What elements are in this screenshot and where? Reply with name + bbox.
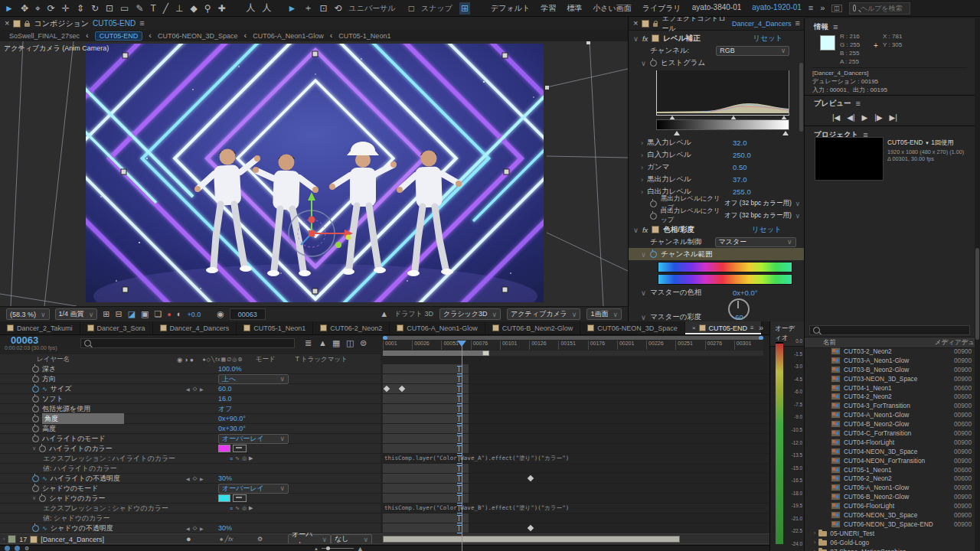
layer-row[interactable]: › 17 [Dancer_4_Dancers] ● ♠ ╱fx ⚙ オーバーレ∨… xyxy=(0,533,769,544)
levels-prop-row[interactable]: › 黒入力レベル 32.0 xyxy=(629,136,805,148)
toggle-switches-icon[interactable]: ⚙ xyxy=(24,546,29,551)
output-levels-bar[interactable] xyxy=(656,119,789,130)
last-frame-button[interactable]: ▶| xyxy=(890,113,897,122)
lock-icon[interactable] xyxy=(24,23,30,27)
effect-controls-tab[interactable]: × エフェクトコントロール Dancer_4_Dancers ≡ xyxy=(629,17,805,31)
playhead-caret[interactable] xyxy=(457,341,466,347)
prop-value[interactable]: 37.0 xyxy=(733,175,747,184)
property-label[interactable]: エクスプレッション : シャドウのカラー xyxy=(43,504,168,514)
fx-scrollbar[interactable] xyxy=(799,63,803,132)
project-item-name[interactable]: CUT06-NEON_3D_Space xyxy=(844,511,917,519)
stopwatch-icon[interactable] xyxy=(32,416,39,422)
layer-3d-icon[interactable]: ⚙ xyxy=(257,536,263,543)
project-item-row[interactable]: CUT04-3_ForTransition 00900 xyxy=(805,401,975,410)
project-scrollbar[interactable] xyxy=(975,18,980,551)
resolution-dropdown[interactable]: 1/4 画質∨ xyxy=(55,308,98,320)
playhead-line[interactable] xyxy=(462,341,462,551)
color-slider-icon[interactable] xyxy=(233,445,247,452)
fast-previews-icon[interactable]: ▲ xyxy=(380,310,388,318)
master-sat-row[interactable]: ∨ マスターの彩度 -60 xyxy=(629,311,805,322)
keyframe-navigator[interactable]: ◀◇▶ xyxy=(186,475,204,481)
magnification-dropdown[interactable]: (58.3 %)∨ xyxy=(6,308,50,320)
composition-flowchart-icon[interactable]: ≣ xyxy=(305,339,312,347)
workspace-overflow-icon[interactable]: » xyxy=(820,4,825,12)
first-frame-button[interactable]: |◀ xyxy=(832,113,840,122)
project-item-name[interactable]: CUT03-B_Neon2-Glow xyxy=(844,366,909,373)
project-item-name[interactable]: CUT06-2_Neon2 xyxy=(844,474,892,482)
prop-value[interactable]: 250.0 xyxy=(733,151,751,159)
property-value[interactable]: 16.0 xyxy=(218,395,232,403)
viewer-timecode[interactable]: 00063 xyxy=(230,308,266,320)
expand-icon[interactable]: ∨ xyxy=(32,445,36,452)
property-dropdown[interactable]: オーバーレイ∨ xyxy=(218,434,289,444)
property-row[interactable]: ∿ サイズ ◀◇▶ 60.0 xyxy=(0,384,769,394)
expand-transform-icon[interactable] xyxy=(5,546,10,551)
color-control[interactable] xyxy=(218,445,247,452)
workspace-learn[interactable]: 学習 xyxy=(541,3,556,14)
property-row[interactable]: ∨ ハイライトのカラー xyxy=(0,444,769,454)
property-row[interactable]: ∿ シャドウの不透明度 ◀◇▶ 30% xyxy=(0,523,769,533)
trackmatte-column-label[interactable]: T トラックマット xyxy=(296,355,348,364)
property-label[interactable]: 角度 xyxy=(42,413,124,425)
gizmo-select-tool-icon[interactable]: ► xyxy=(288,3,297,14)
stopwatch-icon[interactable] xyxy=(32,376,39,383)
project-item-row[interactable]: CUT06-FloorLight 00900 xyxy=(805,501,975,510)
character-outline-tool-icon[interactable]: 人 xyxy=(263,2,272,15)
project-item-row[interactable]: CUT06-A_Neon1-Glow 00900 xyxy=(805,483,975,492)
channel-rgb-icon[interactable]: ● xyxy=(167,311,171,318)
rulers-icon[interactable]: ❏ xyxy=(154,310,162,318)
frame-blend-icon[interactable]: ◫ xyxy=(346,339,354,347)
property-label[interactable]: シャドウのモード xyxy=(42,484,98,494)
levels-prop-row[interactable]: › 白入力レベル 250.0 xyxy=(629,148,805,161)
levels-reset-button[interactable]: リセット xyxy=(753,34,783,44)
project-item-name[interactable]: CUT04-NEON_3D_Space xyxy=(844,448,917,455)
work-area-end-marker[interactable] xyxy=(482,350,489,356)
previous-frame-button[interactable]: ◀| xyxy=(847,113,854,122)
property-label[interactable]: 値: ハイライトのカラー xyxy=(43,464,117,474)
master-sat-value[interactable]: -60 xyxy=(733,313,743,321)
composition-viewer[interactable]: アクティブカメラ (Anim Camera) xyxy=(0,41,628,306)
expand-icon[interactable]: › xyxy=(641,163,643,171)
timeline-navigator[interactable] xyxy=(383,336,763,340)
gizmo-rotate-tool-icon[interactable]: ⟲ xyxy=(335,3,342,14)
prop-value[interactable]: 32.0 xyxy=(733,139,747,147)
project-item-name[interactable]: CUT04-2_Neon2 xyxy=(844,393,892,400)
property-label[interactable]: 値: シャドウのカラー xyxy=(43,514,109,523)
project-item-row[interactable]: CUT06-B_Neon2-Glow 00900 xyxy=(805,492,975,501)
panel-menu-icon[interactable]: ≡ xyxy=(139,19,144,28)
property-row[interactable]: ハイライトのモード オーバーレイ∨ xyxy=(0,434,769,444)
channel-range-row[interactable]: ∨ チャンネル範囲 xyxy=(629,248,805,260)
prop-value[interactable]: 0.50 xyxy=(733,163,747,171)
duration-column-label[interactable]: メディアデュ xyxy=(935,338,975,347)
layer-name[interactable]: [Dancer_4_Dancers] xyxy=(41,536,104,543)
eraser-tool-icon[interactable]: ◆ xyxy=(190,3,197,14)
shape-tool-icon[interactable]: ▭ xyxy=(120,3,129,14)
search-mode-icon[interactable]: ◫ xyxy=(831,5,842,12)
mode-column-label[interactable]: モード xyxy=(256,355,276,364)
stopwatch-icon[interactable] xyxy=(650,60,657,67)
levels-channel-dropdown[interactable]: RGB∨ xyxy=(716,46,789,56)
project-item-name[interactable]: CUT04-FloorLight xyxy=(844,439,894,446)
selection-tool-icon[interactable]: ► xyxy=(5,3,14,14)
timeline-tab[interactable]: × CUT05-END ≡ xyxy=(685,321,762,334)
property-row[interactable]: シャドウのモード オーバーレイ∨ xyxy=(0,484,769,494)
property-row[interactable]: 方向 上へ∨ xyxy=(0,374,769,384)
project-item-row[interactable]: › 07-Shape_MotionGraphics xyxy=(805,547,975,551)
stopwatch-icon[interactable] xyxy=(650,201,657,207)
stopwatch-icon[interactable] xyxy=(32,425,39,432)
project-item-name[interactable]: CUT04-B_Neon2-Glow xyxy=(844,420,909,428)
project-item-row[interactable]: CUT04-NEON_3D_Space 00900 xyxy=(805,447,975,456)
close-icon[interactable]: × xyxy=(5,19,9,28)
layer-switches[interactable]: ♠ ╱fx xyxy=(220,536,234,543)
property-label[interactable]: シャドウの不透明度 xyxy=(51,523,113,533)
property-label[interactable]: 深さ xyxy=(42,364,56,374)
dolly-camera-tool-icon[interactable]: ⇕ xyxy=(77,3,84,14)
property-row[interactable]: ∿ ハイライトの不透明度 ◀◇▶ 30% xyxy=(0,474,769,484)
timeline-tab[interactable]: CUT06-NEON_3D_Space xyxy=(580,321,685,334)
clip-row[interactable]: 白出力レベルにクリップ オフ (32 bpc カラー用) ∨ xyxy=(629,210,805,222)
project-item-name[interactable]: 06-Gold-Logo xyxy=(830,539,869,546)
workspace-menu-icon[interactable]: ≡ xyxy=(808,4,813,12)
grid-guides-icon[interactable]: ⊞ xyxy=(459,2,470,15)
play-button[interactable]: ▶ xyxy=(862,113,868,122)
timeline-tab[interactable]: Dancer_4_Dancers xyxy=(153,321,237,334)
